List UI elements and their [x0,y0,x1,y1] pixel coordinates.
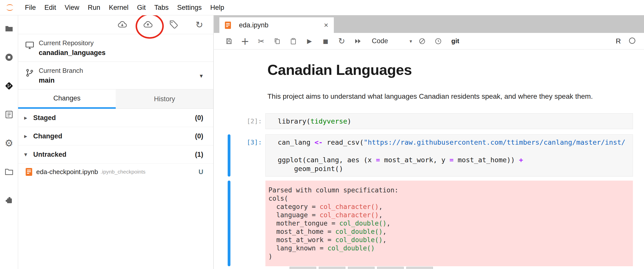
git-icon[interactable] [4,81,14,91]
notebook-paragraph: This project aims to understand what lan… [267,92,593,101]
notebook-heading: Canadian Languages [267,61,412,79]
table-header-cell [406,267,433,269]
code-editor[interactable]: library(tidyverse) [265,113,633,129]
untracked-file-row[interactable]: eda-checkpoint.ipynb .ipynb_checkpoints … [18,164,213,180]
code-cell-active[interactable]: [3]: can_lang <- read_csv("https://raw.g… [214,134,644,177]
desktop-icon [25,40,35,50]
branch-name: main [39,77,83,84]
code-line: category = col_character(), [268,203,628,211]
code-line: mother_tongue = col_double(), [268,219,628,228]
left-activity-bar: ⚙ [0,15,18,269]
git-panel: ↻ Current Repository canadian_languages … [18,15,214,269]
section-count: (0) [195,132,203,140]
markdown-cell[interactable]: This project aims to understand what lan… [214,92,644,101]
code-line: language = col_character(), [268,211,628,219]
menu-tabs[interactable]: Tabs [150,4,173,12]
save-icon[interactable] [221,34,237,48]
code-line: cols( [268,194,628,203]
cell-collapser[interactable] [228,134,230,177]
cell-type-dropdown[interactable]: Code ▾ [370,37,414,45]
section-untracked[interactable]: ▾ Untracked (1) [18,145,213,164]
caret-right-icon[interactable]: ▸ [24,133,33,140]
section-changed[interactable]: ▸ Changed (0) [18,127,213,145]
property-inspector-icon[interactable]: ⚙ [4,138,14,148]
menu-file[interactable]: File [21,4,40,12]
command-palette-icon[interactable] [4,110,14,119]
menu-settings[interactable]: Settings [173,4,206,12]
restart-kernel-icon[interactable]: ↻ [334,34,350,48]
code-line: geom_point() [278,164,628,173]
stderr-output: Parsed with column specification:cols( c… [265,181,633,266]
tab-history[interactable]: History [116,89,213,109]
tab-eda-ipynb[interactable]: eda.ipynb × [219,17,334,33]
notebook-file-icon [225,22,231,29]
code-cell[interactable]: [2]: library(tidyverse) [214,113,644,129]
code-line: library(tidyverse) [278,117,628,126]
cut-cells-icon[interactable]: ✂ [253,34,269,48]
menu-items: File Edit View Run Kernel Git Tabs Setti… [21,4,228,12]
cell-collapser[interactable] [228,92,230,101]
markdown-cell[interactable]: Canadian Languages [214,61,644,79]
partial-table-output [290,267,644,269]
run-cell-icon[interactable]: ▶ [301,34,317,48]
history-clock-icon[interactable] [430,34,446,48]
table-header-cell [290,267,316,269]
git-push-cloud-upload-icon[interactable] [143,20,153,30]
cell-type-value: Code [372,37,388,45]
menu-view[interactable]: View [60,4,84,12]
menu-git[interactable]: Git [133,4,150,12]
running-sessions-icon[interactable] [4,52,14,62]
run-all-icon[interactable] [350,34,366,48]
git-pull-cloud-download-icon[interactable] [117,20,127,30]
file-browser-icon[interactable] [4,24,14,33]
extension-manager-icon[interactable] [4,196,14,205]
circle-slash-icon[interactable] [414,34,430,48]
add-cell-icon[interactable]: + [237,34,253,48]
tab-close-icon[interactable]: × [324,21,328,29]
git-tag-icon[interactable] [169,20,179,30]
caret-down-icon[interactable]: ▾ [24,151,33,158]
section-count: (0) [195,114,203,122]
kernel-name[interactable]: R [616,37,621,45]
code-line: can_lang <- read_csv("https://raw.github… [278,138,628,147]
copy-cells-icon[interactable] [269,34,285,48]
notebook-scroll-area[interactable]: Canadian Languages This project aims to … [214,50,644,269]
caret-right-icon[interactable]: ▸ [24,114,33,121]
current-repository-row: Current Repository canadian_languages [18,34,213,62]
dock-tab-bar: eda.ipynb × [214,15,644,33]
code-line: most_at_work = col_double(), [268,236,628,244]
cell-collapser[interactable] [228,61,230,79]
notebook-toolbar: + ✂ ▶ ■ ↻ Code ▾ git [214,33,644,49]
git-panel-toolbar: ↻ [18,15,213,34]
jupyter-logo [4,3,16,13]
interrupt-kernel-icon[interactable]: ■ [317,34,334,48]
output-prompt [230,181,265,266]
menu-edit[interactable]: Edit [40,4,61,12]
code-line: ) [268,252,628,261]
code-editor[interactable]: can_lang <- read_csv("https://raw.github… [265,134,633,177]
file-name: eda-checkpoint.ipynb [36,168,98,176]
menu-run[interactable]: Run [84,4,105,12]
menu-help[interactable]: Help [206,4,229,12]
menu-kernel[interactable]: Kernel [105,4,133,12]
tab-changes[interactable]: Changes [18,89,116,109]
cell-collapser[interactable] [228,113,230,129]
tab-title: eda.ipynb [239,21,268,29]
section-label: Untracked [33,151,195,158]
git-refresh-icon[interactable]: ↻ [194,20,204,30]
open-tabs-icon[interactable] [4,167,14,177]
current-repository-label: Current Repository [39,39,106,47]
git-panel-tabs: Changes History [18,89,213,109]
paste-cells-icon[interactable] [285,34,301,48]
section-staged[interactable]: ▸ Staged (0) [18,109,213,127]
branch-dropdown-caret-icon[interactable]: ▾ [200,72,203,79]
jupyterlab-window: File Edit View Run Kernel Git Tabs Setti… [0,0,644,269]
current-branch-row[interactable]: Current Branch main ▾ [18,62,213,89]
git-toolbar-label[interactable]: git [451,37,459,45]
file-path: .ipynb_checkpoints [101,169,146,175]
section-label: Staged [33,114,195,122]
cell-prompt [230,92,265,101]
output-collapser[interactable] [228,181,230,266]
section-count: (1) [195,151,203,158]
table-header-cell [319,267,345,269]
